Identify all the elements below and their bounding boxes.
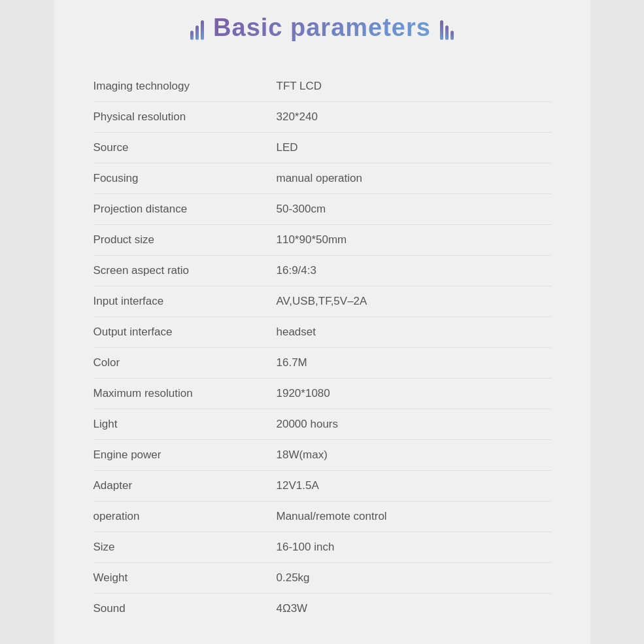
table-row: Size16-100 inch: [93, 532, 551, 563]
table-row: Color16.7M: [93, 348, 551, 379]
table-row: Engine power18W(max): [93, 440, 551, 471]
param-label: Source: [93, 141, 237, 154]
param-value: 0.25kg: [277, 571, 310, 585]
param-label: Output interface: [93, 326, 237, 339]
param-label: Color: [93, 356, 237, 369]
param-label: Focusing: [93, 172, 237, 185]
param-value: headset: [277, 326, 316, 339]
param-value: TFT LCD: [277, 80, 322, 93]
param-label: operation: [93, 510, 237, 523]
table-row: Sound4Ω3W: [93, 594, 551, 624]
bars-left-icon: [190, 16, 204, 40]
param-value: AV,USB,TF,5V–2A: [277, 295, 367, 308]
param-label: Screen aspect ratio: [93, 264, 237, 277]
table-row: operationManual/remote control: [93, 501, 551, 532]
param-label: Size: [93, 541, 237, 554]
param-label: Adapter: [93, 479, 237, 492]
param-value: manual operation: [277, 172, 362, 185]
table-row: Physical resolution320*240: [93, 102, 551, 133]
param-value: 16-100 inch: [277, 541, 335, 554]
page-title: Basic parameters: [213, 14, 431, 42]
param-value: 320*240: [277, 110, 318, 124]
table-row: Focusingmanual operation: [93, 163, 551, 194]
param-value: LED: [277, 141, 298, 154]
table-row: Product size110*90*50mm: [93, 225, 551, 256]
table-row: Adapter12V1.5A: [93, 471, 551, 501]
table-row: Projection distance50-300cm: [93, 194, 551, 225]
param-value: Manual/remote control: [277, 510, 387, 523]
param-value: 20000 hours: [277, 418, 339, 431]
param-label: Engine power: [93, 449, 237, 462]
param-value: 50-300cm: [277, 203, 326, 216]
param-value: 16:9/4:3: [277, 264, 316, 277]
param-value: 16.7M: [277, 356, 307, 369]
bars-right-icon: [440, 16, 454, 40]
table-row: SourceLED: [93, 133, 551, 163]
table-row: Weight0.25kg: [93, 563, 551, 594]
param-label: Physical resolution: [93, 110, 237, 124]
table-row: Output interfaceheadset: [93, 317, 551, 348]
param-value: 1920*1080: [277, 387, 330, 400]
table-row: Maximum resolution1920*1080: [93, 379, 551, 409]
param-label: Light: [93, 418, 237, 431]
param-label: Imaging technology: [93, 80, 237, 93]
page-header: Basic parameters: [93, 14, 551, 42]
main-container: Basic parameters Imaging technologyTFT L…: [54, 0, 590, 644]
table-row: Input interfaceAV,USB,TF,5V–2A: [93, 286, 551, 317]
table-row: Screen aspect ratio16:9/4:3: [93, 256, 551, 286]
param-label: Projection distance: [93, 203, 237, 216]
param-label: Weight: [93, 571, 237, 585]
table-row: Imaging technologyTFT LCD: [93, 71, 551, 102]
table-row: Light20000 hours: [93, 409, 551, 440]
params-table: Imaging technologyTFT LCDPhysical resolu…: [93, 71, 551, 624]
param-label: Input interface: [93, 295, 237, 308]
param-value: 4Ω3W: [277, 602, 308, 615]
param-label: Maximum resolution: [93, 387, 237, 400]
param-value: 12V1.5A: [277, 479, 319, 492]
param-label: Sound: [93, 602, 237, 615]
param-value: 18W(max): [277, 449, 328, 462]
param-value: 110*90*50mm: [277, 233, 347, 246]
param-label: Product size: [93, 233, 237, 246]
